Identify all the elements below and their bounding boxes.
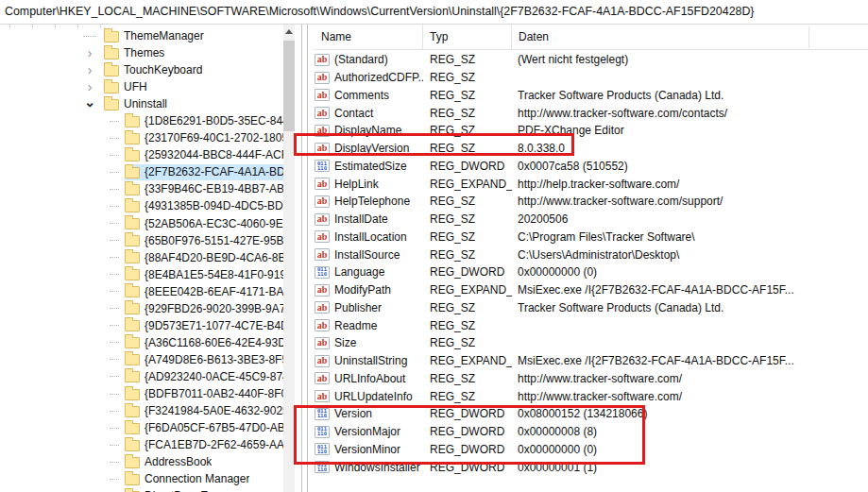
tree-item-body[interactable]: {88AF4D20-BE9D-4CA6-8BD4	[125, 249, 290, 265]
column-header-type[interactable]: Typ	[423, 25, 512, 49]
tree-chevron-icon[interactable]	[110, 428, 119, 429]
registry-value-row[interactable]: Contact REG_SZ http://www.tracker-softwa…	[315, 104, 868, 122]
tree-item-body[interactable]: {A36C1168-60E6-42E4-93DB-6	[125, 334, 290, 350]
tree-item-body[interactable]: {25932044-BBC8-444F-ACF4-7	[125, 147, 290, 163]
registry-value-row[interactable]: EstimatedSize REG_DWORD 0x0007ca58 (5105…	[315, 158, 868, 176]
tree-item-body[interactable]: AddressBook	[125, 454, 290, 470]
tree-item[interactable]: ThemeManager	[0, 27, 290, 44]
tree-item-body[interactable]: {2F7B2632-FCAF-4A1A-BDCC-	[125, 164, 290, 180]
tree-item[interactable]: {AD923240-0ACE-45C9-8749-	[0, 368, 290, 385]
tree-item[interactable]: {F3241984-5A0E-4632-9025-A	[0, 402, 290, 419]
registry-value-row[interactable]: Language REG_DWORD 0x00000000 (0)	[315, 263, 868, 281]
registry-value-row[interactable]: Size REG_SZ	[315, 334, 868, 352]
column-header-data[interactable]: Daten	[512, 25, 868, 49]
registry-value-row[interactable]: InstallLocation REG_SZ C:\Program Files\…	[315, 229, 868, 246]
tree-item-body[interactable]: {4931385B-094D-4DC5-BD6A-	[125, 198, 290, 214]
tree-item-body[interactable]: {9D573E71-1077-4C7E-B4DB-4	[125, 317, 290, 333]
tree-chevron-icon[interactable]	[110, 291, 119, 292]
tree-chevron-icon[interactable]: ⌄	[83, 95, 96, 109]
tree-item[interactable]: {A749D8E6-B613-3BE3-8F5F-0	[0, 351, 290, 368]
tree-item-body[interactable]: Uninstall	[104, 96, 290, 112]
tree-item[interactable]: {9D573E71-1077-4C7E-B4DB-4	[0, 317, 290, 334]
tree-item[interactable]: {65B0F976-5151-427E-95B4-23	[0, 232, 290, 249]
tree-item[interactable]: {BDFB7011-0AB2-440F-8F00-3	[0, 385, 290, 402]
tree-item[interactable]: AddressBook	[0, 453, 290, 470]
tree-item-body[interactable]: {33F9B46C-EB19-4BB7-ABFA-	[125, 181, 290, 197]
tree-chevron-icon[interactable]	[110, 138, 119, 139]
tree-item-body[interactable]: Themes	[104, 45, 290, 61]
registry-value-row[interactable]: (Standard) REG_SZ (Wert nicht festgelegt…	[315, 51, 868, 69]
tree-item-body[interactable]: {65B0F976-5151-427E-95B4-23	[125, 232, 290, 248]
tree-item-body[interactable]: {AD923240-0ACE-45C9-8749-	[125, 368, 290, 384]
address-bar[interactable]: Computer\HKEY_LOCAL_MACHINE\SOFTWARE\Mic…	[0, 0, 868, 25]
tree-item-body[interactable]: {FCA1EB7D-2F62-4659-AA5F-	[125, 437, 290, 453]
tree-chevron-icon[interactable]	[110, 223, 119, 224]
tree-chevron-icon[interactable]	[110, 462, 119, 463]
tree-item[interactable]: {8EEE042B-6EAF-4171-BA6E-0	[0, 283, 290, 300]
tree-item-body[interactable]: {BDFB7011-0AB2-440F-8F00-3	[125, 386, 290, 402]
tree-chevron-icon[interactable]	[110, 325, 119, 326]
tree-item[interactable]: {F6DA05CF-67B5-47D0-ABD4	[0, 419, 290, 436]
registry-value-row[interactable]: InstallSource REG_SZ C:\Users\Administra…	[315, 246, 868, 263]
registry-value-row[interactable]: ModifyPath REG_EXPAND_SZ MsiExec.exe /I{…	[315, 281, 868, 299]
registry-value-row[interactable]: HelpLink REG_EXPAND_SZ http://help.track…	[315, 175, 868, 193]
tree-item[interactable]: {A36C1168-60E6-42E4-93DB-6	[0, 334, 290, 351]
tree-item-body[interactable]: Connection Manager	[125, 471, 290, 487]
tree-item[interactable]: {33F9B46C-EB19-4BB7-ABFA-	[0, 180, 290, 197]
tree-item[interactable]: {4931385B-094D-4DC5-BD6A-	[0, 197, 290, 214]
tree-chevron-icon[interactable]: ›	[83, 46, 96, 59]
tree-chevron-icon[interactable]	[110, 172, 119, 173]
tree-item[interactable]: {929FBD26-9020-399B-9A7A-	[0, 300, 290, 317]
tree-item-body[interactable]: {A749D8E6-B613-3BE3-8F5F-0	[125, 351, 290, 367]
tree-chevron-icon[interactable]	[110, 240, 119, 241]
registry-value-row[interactable]: InstallDate REG_SZ 20200506	[315, 211, 868, 229]
tree-item[interactable]: › Themes	[0, 44, 290, 61]
tree-item[interactable]: {25932044-BBC8-444F-ACF4-7	[0, 146, 290, 163]
tree-chevron-icon[interactable]	[110, 411, 119, 412]
tree-item-body[interactable]: {8E4BA1E5-54E8-41F0-919B-C	[125, 266, 290, 282]
tree-item-body[interactable]: {F6DA05CF-67B5-47D0-ABD4	[125, 420, 290, 436]
registry-value-row[interactable]: HelpTelephone REG_SZ http://www.tracker-…	[315, 193, 868, 211]
tree-item[interactable]: {88AF4D20-BE9D-4CA6-8BD4	[0, 249, 290, 266]
tree-chevron-icon[interactable]	[110, 308, 119, 309]
tree-chevron-icon[interactable]	[110, 155, 119, 156]
tree-chevron-icon[interactable]	[110, 445, 119, 446]
tree-chevron-icon[interactable]	[110, 189, 119, 190]
tree-chevron-icon[interactable]	[110, 121, 119, 122]
tree-item[interactable]: {2F7B2632-FCAF-4A1A-BDCC-	[0, 163, 290, 180]
tree-item[interactable]: {FCA1EB7D-2F62-4659-AA5F-	[0, 436, 290, 453]
tree-item[interactable]: {1D8E6291-B0D5-35EC-8441-6	[0, 112, 290, 129]
tree-item-body[interactable]: TouchKeyboard	[104, 62, 290, 78]
tree-item-body[interactable]: ThemeManager	[104, 28, 290, 44]
tree-item[interactable]: ⌄ Uninstall	[0, 95, 290, 112]
scroll-up-icon[interactable]	[285, 29, 293, 34]
registry-value-row[interactable]: AuthorizedCDFP... REG_SZ	[315, 69, 868, 87]
tree-scrollbar-thumb[interactable]	[283, 41, 295, 131]
tree-item-body[interactable]: {52AB506A-EC3C-4060-9EBF-	[125, 215, 290, 231]
tree-chevron-icon[interactable]	[83, 36, 96, 37]
tree-chevron-icon[interactable]: ›	[83, 63, 96, 76]
tree-item[interactable]: Connection Manager	[0, 470, 290, 487]
tree-item-body[interactable]: {1D8E6291-B0D5-35EC-8441-6	[125, 113, 290, 129]
tree-chevron-icon[interactable]	[110, 376, 119, 377]
tree-item[interactable]: {52AB506A-EC3C-4060-9EBF-	[0, 215, 290, 232]
registry-value-row[interactable]: Readme REG_SZ	[315, 316, 868, 334]
tree-chevron-icon[interactable]	[110, 394, 119, 395]
registry-value-row[interactable]: URLUpdateInfo REG_SZ http://www.tracker-…	[315, 387, 868, 405]
tree-chevron-icon[interactable]	[110, 274, 119, 275]
tree-item-body[interactable]: {929FBD26-9020-399B-9A7A-	[125, 300, 290, 316]
tree-chevron-icon[interactable]	[110, 257, 119, 258]
tree-item[interactable]: › UFH	[0, 78, 290, 95]
tree-item[interactable]: › TouchKeyboard	[0, 61, 290, 78]
tree-item[interactable]: DirectDrawEx	[0, 487, 290, 492]
tree-chevron-icon[interactable]	[110, 479, 119, 480]
tree-item[interactable]: {8E4BA1E5-54E8-41F0-919B-C	[0, 266, 290, 283]
registry-value-row[interactable]: UninstallString REG_EXPAND_SZ MsiExec.ex…	[315, 352, 868, 370]
tree-chevron-icon[interactable]	[110, 359, 119, 360]
tree-chevron-icon[interactable]: ›	[83, 80, 96, 93]
tree-item-body[interactable]: UFH	[104, 79, 290, 95]
tree-item-body[interactable]: {F3241984-5A0E-4632-9025-A	[125, 403, 290, 419]
registry-value-row[interactable]: Publisher REG_SZ Tracker Software Produc…	[315, 299, 868, 317]
tree-item[interactable]: {23170F69-40C1-2702-1805-00	[0, 129, 290, 146]
tree-item-body[interactable]: {23170F69-40C1-2702-1805-00	[125, 130, 290, 146]
